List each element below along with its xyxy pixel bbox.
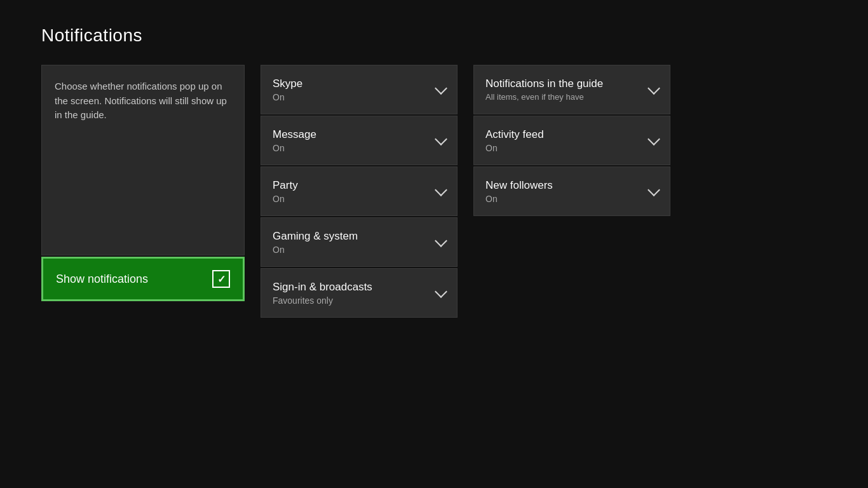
chevron-down-icon — [648, 184, 660, 196]
chevron-down-icon — [435, 234, 447, 247]
notifications-guide-value: All items, even if they have — [485, 92, 603, 102]
party-value: On — [273, 194, 298, 204]
skype-value: On — [273, 92, 302, 102]
party-dropdown[interactable]: Party On — [261, 166, 458, 216]
chevron-down-icon — [435, 184, 447, 196]
skype-dropdown[interactable]: Skype On — [261, 65, 458, 114]
show-notifications-label: Show notifications — [56, 273, 148, 286]
description-box: Choose whether notifications pop up on t… — [41, 65, 245, 255]
message-item-text: Message On — [273, 128, 316, 153]
party-item-text: Party On — [273, 179, 298, 204]
gaming-system-dropdown[interactable]: Gaming & system On — [261, 217, 458, 267]
activity-feed-item-text: Activity feed On — [485, 128, 544, 153]
party-label: Party — [273, 179, 298, 192]
message-value: On — [273, 143, 316, 153]
new-followers-value: On — [485, 194, 553, 204]
activity-feed-dropdown[interactable]: Activity feed On — [473, 116, 670, 165]
chevron-down-icon — [435, 285, 447, 298]
notifications-guide-dropdown[interactable]: Notifications in the guide All items, ev… — [473, 65, 670, 114]
message-label: Message — [273, 128, 316, 141]
chevron-down-icon — [648, 133, 660, 146]
new-followers-dropdown[interactable]: New followers On — [473, 166, 670, 216]
gaming-system-label: Gaming & system — [273, 230, 358, 243]
notifications-guide-label: Notifications in the guide — [485, 78, 603, 90]
gaming-system-item-text: Gaming & system On — [273, 230, 358, 255]
signin-broadcasts-dropdown[interactable]: Sign-in & broadcasts Favourites only — [261, 268, 458, 318]
new-followers-item-text: New followers On — [485, 179, 553, 204]
checkmark-icon: ✓ — [217, 273, 226, 285]
skype-item-text: Skype On — [273, 78, 302, 102]
activity-feed-value: On — [485, 143, 544, 153]
signin-broadcasts-item-text: Sign-in & broadcasts Favourites only — [273, 281, 372, 306]
message-dropdown[interactable]: Message On — [261, 116, 458, 165]
chevron-down-icon — [435, 82, 447, 95]
chevron-down-icon — [648, 82, 660, 95]
description-text: Choose whether notifications pop up on t… — [55, 79, 231, 123]
activity-feed-label: Activity feed — [485, 128, 544, 141]
gaming-system-value: On — [273, 245, 358, 255]
show-notifications-button[interactable]: Show notifications ✓ — [41, 257, 245, 301]
notifications-page: Notifications Choose whether notificatio… — [0, 0, 868, 488]
new-followers-label: New followers — [485, 179, 553, 192]
skype-label: Skype — [273, 78, 302, 90]
chevron-down-icon — [435, 133, 447, 146]
middle-panel: Skype On Message On Party On — [261, 65, 458, 318]
right-panel: Notifications in the guide All items, ev… — [473, 65, 670, 216]
signin-broadcasts-value: Favourites only — [273, 295, 372, 306]
left-panel: Choose whether notifications pop up on t… — [41, 65, 245, 301]
checkbox-icon: ✓ — [212, 270, 230, 288]
page-title: Notifications — [41, 25, 827, 46]
notifications-guide-item-text: Notifications in the guide All items, ev… — [485, 78, 603, 102]
signin-broadcasts-label: Sign-in & broadcasts — [273, 281, 372, 294]
content-area: Choose whether notifications pop up on t… — [41, 65, 827, 318]
